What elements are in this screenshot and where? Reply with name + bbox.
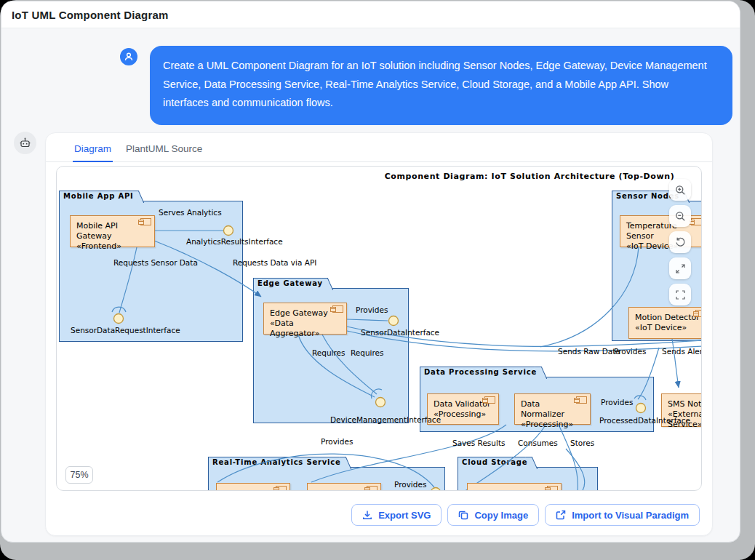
export-svg-button[interactable]: Export SVG [351, 504, 442, 526]
diagram-card: Diagram PlantUML Source Component Diagra… [45, 132, 713, 536]
user-message-bubble: Create a UML Component Diagram for an Io… [150, 46, 732, 125]
uml-connector [566, 449, 585, 491]
uml-edge-label-requests-sensor-data: Requests Sensor Data [113, 258, 198, 267]
zoom-level-badge: 75% [65, 466, 93, 484]
uml-component-icon [691, 218, 702, 225]
uml-edge-label-provides: Provides [356, 305, 388, 314]
diagram-canvas[interactable]: Component Diagram: IoT Solution Architec… [56, 166, 702, 491]
magnifier-plus-icon [675, 185, 686, 196]
user-avatar [120, 48, 137, 65]
title-bar: IoT UML Component Diagram [1, 1, 740, 28]
uml-interface-label-sensordatarequestinterface: SensorDataRequestInterface [71, 326, 180, 335]
action-buttons: Export SVG Copy Image Import to Visual P… [351, 504, 700, 526]
uml-edge-label-provides: Provides [394, 480, 426, 489]
uml-interface-label-processeddatainterface: ProcessedDataInterface [599, 416, 690, 425]
uml-edge-label-sends-alerts: Sends Alerts [662, 347, 702, 356]
uml-component-anomaly-detector: Anomaly Detector«Analytics» [307, 483, 381, 491]
uml-interface-analyticsresultsinterface [224, 226, 233, 236]
zoom-controls [669, 179, 691, 305]
copy-image-button[interactable]: Copy Image [447, 504, 539, 526]
uml-component-icon [484, 396, 495, 404]
uml-interface-label-analyticsresultsinterface: AnalyticsResultsInterface [186, 237, 283, 246]
uml-connector [347, 319, 388, 321]
uml-interface-processeddatainterface [636, 404, 646, 413]
uml-component-data-normalizer: Data Normalizer«Processing» [514, 393, 591, 425]
uml-connector [298, 335, 375, 397]
uml-connector [154, 241, 261, 297]
uml-component-icon [367, 486, 378, 491]
uml-component-icon [276, 486, 287, 491]
uml-edge-label-stores: Stores [570, 439, 594, 447]
uml-edge-label-saves-results: Saves Results [452, 439, 506, 447]
uml-connector [311, 425, 506, 482]
uml-component-icon [332, 305, 343, 313]
uml-connector [112, 307, 126, 312]
zoom-in-button[interactable] [669, 179, 691, 201]
uml-component-motion-detector: Motion Detector«IoT Device» [628, 307, 702, 339]
copy-icon [458, 510, 468, 520]
uml-interface-label-devicemanagementinterface: DeviceManagementInterface [330, 415, 441, 424]
uml-interface-devicemanagementinterface [376, 398, 386, 407]
uml-interface-label-sensordatainterface: SensorDataInterface [361, 328, 439, 337]
rotate-ccw-icon [675, 237, 686, 248]
uml-component-icon [576, 396, 587, 404]
tab-plantuml-source[interactable]: PlantUML Source [124, 143, 204, 161]
app-window: IoT UML Component Diagram Create a UML C… [1, 1, 740, 543]
page-title: IoT UML Component Diagram [12, 9, 169, 21]
uml-connector [540, 247, 639, 347]
uml-edge-label-requires: Requires [312, 348, 345, 357]
person-icon [124, 52, 134, 62]
tab-bar: Diagram PlantUML Source [46, 133, 712, 162]
uml-edge-label-sends-raw-data: Sends Raw Data [558, 347, 620, 356]
download-icon [362, 510, 372, 520]
uml-connector [322, 335, 377, 394]
uml-component-edge-gateway: Edge Gateway«Data Aggregator» [263, 303, 347, 335]
uml-component-icon [140, 218, 151, 225]
zoom-out-button[interactable] [669, 205, 691, 227]
tab-diagram[interactable]: Diagram [73, 143, 113, 162]
uml-interface-sensordatarequestinterface [114, 314, 124, 324]
uml-edge-label-requires: Requires [351, 348, 384, 357]
uml-edge-label-provides: Provides [321, 437, 353, 446]
uml-component-time-series-database: Time-Series Database«Storage» [467, 483, 562, 491]
uml-connector [119, 247, 137, 313]
reset-view-button[interactable] [669, 231, 691, 253]
external-link-icon [556, 510, 566, 520]
uml-component-icon [547, 486, 558, 491]
uml-edge-label-provides: Provides [601, 398, 633, 407]
uml-connector [559, 425, 578, 491]
robot-icon [19, 137, 31, 149]
uml-edge-label-provides: Provides [614, 347, 646, 356]
import-visual-paradigm-button[interactable]: Import to Visual Paradigm [545, 504, 700, 526]
uml-interface-ball [431, 488, 441, 492]
bot-avatar [14, 132, 36, 154]
expand-arrows-icon [675, 263, 686, 274]
fullscreen-button[interactable] [669, 284, 691, 305]
uml-interface-sensordatainterface [389, 316, 399, 326]
user-message-text: Create a UML Component Diagram for an Io… [163, 60, 707, 108]
uml-edge-label-consumes: Consumes [518, 439, 558, 447]
uml-component-icon [695, 310, 702, 317]
uml-component-trend-analyzer: Trend Analyzer«Analytics» [216, 483, 290, 491]
fit-screen-button[interactable] [669, 257, 691, 279]
magnifier-minus-icon [675, 211, 686, 222]
uml-component-mobile-api-gateway: Mobile API Gateway«Frontend» [70, 215, 155, 247]
corner-brackets-icon [675, 289, 686, 300]
uml-edge-label-requests-data-via-api: Requests Data via API [233, 258, 316, 267]
uml-edge-label-serves-analytics: Serves Analytics [159, 208, 222, 217]
uml-connector [464, 425, 546, 491]
